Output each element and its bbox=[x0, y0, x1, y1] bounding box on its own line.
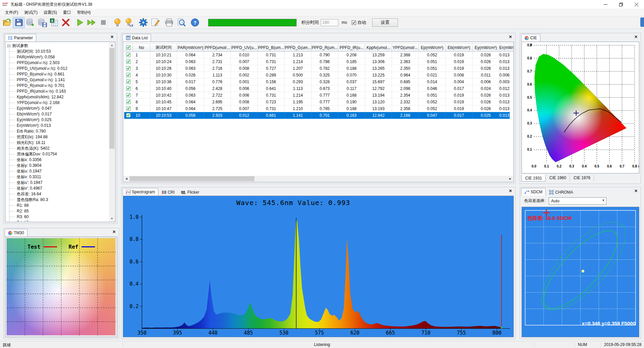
tree-item-15[interactable]: 照度E(lx): 194.88 bbox=[9, 134, 109, 140]
export-data-button[interactable] bbox=[24, 17, 36, 28]
tab-tm30[interactable]: TM30 bbox=[5, 229, 28, 237]
tree-item-6[interactable]: PPFD_R(umol/㎡/s): 0.701 bbox=[9, 83, 109, 89]
table-row-3[interactable]: 310:10:260.0632.7160.0080.7271.2070.7820… bbox=[124, 65, 514, 72]
tab-cie-1976[interactable]: CIE 1976 bbox=[570, 175, 594, 182]
parameter-scrollbar[interactable]: ▲ ▼ bbox=[109, 42, 115, 221]
edit-button[interactable] bbox=[149, 17, 161, 28]
tree-item-13[interactable]: Er(mW/cm²): 0.013 bbox=[9, 123, 109, 129]
column-header-4[interactable]: PPFD_UV(u... bbox=[231, 44, 258, 52]
tree-item-25[interactable]: 色容差: 16.64 bbox=[9, 191, 109, 197]
tree-root[interactable]: 测试参数 bbox=[6, 43, 109, 49]
table-row-7[interactable]: 710:10:420.0632.7220.0060.7311.2140.7770… bbox=[124, 92, 514, 99]
table-row-2[interactable]: 210:10:240.0632.7310.0070.7311.2140.7860… bbox=[124, 58, 514, 65]
tree-item-10[interactable]: Ep(mW/cm²): 0.047 bbox=[9, 106, 109, 111]
menu-item-4[interactable]: 帮助(H) bbox=[74, 9, 94, 16]
tree-item-27[interactable]: R1: 88 bbox=[9, 203, 109, 208]
column-header-13[interactable]: Ey(mW/cm²) bbox=[473, 44, 499, 52]
scroll-right-icon[interactable]: ▶ bbox=[507, 176, 513, 182]
close-icon[interactable]: ✕ bbox=[112, 230, 116, 234]
lamp-button[interactable] bbox=[111, 17, 123, 28]
close-icon[interactable]: ✕ bbox=[508, 35, 513, 39]
column-header-2[interactable]: PAR(mW/cm²) bbox=[177, 44, 204, 52]
restore-button[interactable] bbox=[613, 0, 629, 9]
start-test-button[interactable] bbox=[74, 17, 86, 28]
scroll-up-icon[interactable]: ▲ bbox=[109, 42, 115, 48]
column-header-10[interactable]: YPFD(umol/... bbox=[392, 44, 419, 52]
tree-item-7[interactable]: PPFD_IR(umol/㎡/s): 0.163 bbox=[9, 89, 109, 94]
settings-button[interactable]: 设置 bbox=[372, 18, 398, 27]
print-button[interactable] bbox=[163, 17, 175, 28]
tree-item-22[interactable]: 坐标v: 0.3311 bbox=[9, 174, 109, 180]
stop-test-button[interactable] bbox=[97, 17, 109, 28]
row-checkbox[interactable] bbox=[126, 53, 131, 57]
tab-parameter[interactable]: Parameter bbox=[5, 34, 36, 42]
tree-item-29[interactable]: R3: 60 bbox=[9, 214, 109, 220]
tab-data-list[interactable]: Data List bbox=[122, 34, 151, 42]
tree-item-0[interactable]: 测试时间: 10:10:53 bbox=[9, 49, 109, 54]
tab-cie[interactable]: CIE bbox=[521, 34, 540, 42]
tree-item-9[interactable]: YPFD(umol/㎡/s): 2.168 bbox=[9, 100, 109, 106]
row-checkbox[interactable] bbox=[126, 93, 131, 97]
lamp-lx-button[interactable]: LX bbox=[123, 17, 135, 28]
tab-cie-1960[interactable]: CIE 1960 bbox=[546, 175, 570, 182]
column-header-6[interactable]: PPFD_G(um... bbox=[285, 44, 311, 52]
tab-spec-cri[interactable]: CRI bbox=[158, 189, 178, 196]
close-icon[interactable]: ✕ bbox=[634, 189, 638, 193]
select-all-checkbox[interactable] bbox=[126, 45, 131, 50]
row-checkbox[interactable] bbox=[126, 113, 131, 117]
tree-item-20[interactable]: 坐标y: 0.3804 bbox=[9, 163, 109, 168]
row-checkbox[interactable] bbox=[126, 66, 131, 70]
tolerance-select[interactable]: Auto ▼ bbox=[549, 197, 606, 205]
auto-checkbox[interactable] bbox=[352, 20, 356, 25]
tree-item-1[interactable]: PAR(mW/cm²): 0.058 bbox=[9, 54, 109, 60]
tree-item-19[interactable]: 坐标x: 0.3356 bbox=[9, 157, 109, 163]
export-excel-button[interactable]: X bbox=[48, 17, 60, 28]
column-header-1[interactable]: 测试时间 bbox=[150, 44, 177, 52]
tree-item-26[interactable]: 显色指数Ra: 80.3 bbox=[9, 197, 109, 203]
tree-item-4[interactable]: PPFD_B(umol/㎡/s): 0.661 bbox=[9, 71, 109, 77]
scroll-down-icon[interactable]: ▼ bbox=[109, 216, 115, 221]
tree-item-11[interactable]: Eb(mW/cm²): 0.017 bbox=[9, 111, 109, 117]
delete-button[interactable] bbox=[60, 17, 71, 28]
table-row-4[interactable]: 410:10:300.0261.1130.0020.2890.5000.3250… bbox=[124, 72, 514, 79]
close-button[interactable] bbox=[629, 0, 644, 9]
tab-spec-spectrogram[interactable]: Spectrogram bbox=[122, 188, 158, 196]
table-row-9[interactable]: 910:10:470.0642.7250.0070.7311.2100.7850… bbox=[124, 105, 514, 112]
close-icon[interactable]: ✕ bbox=[634, 35, 638, 39]
tree-item-30[interactable]: R4: 85 bbox=[9, 220, 109, 221]
minimize-button[interactable] bbox=[598, 0, 613, 9]
save-button[interactable] bbox=[13, 17, 24, 28]
help-button[interactable]: ? bbox=[189, 17, 201, 28]
integration-time-input[interactable] bbox=[321, 19, 338, 26]
table-row-10[interactable]: 1010:10:530.0582.5030.0120.6611.1410.701… bbox=[124, 112, 514, 119]
tree-item-14[interactable]: Erb Ratio: 0.780 bbox=[9, 129, 109, 134]
table-row-6[interactable]: 610:10:400.0562.4280.0060.6411.1130.6730… bbox=[124, 85, 514, 92]
collapse-icon[interactable] bbox=[7, 44, 10, 47]
menu-item-1[interactable]: 测试(T) bbox=[21, 9, 40, 16]
open-file-button[interactable] bbox=[1, 17, 13, 28]
column-header-3[interactable]: PPFD(umol/... bbox=[204, 44, 231, 52]
continuous-test-button[interactable] bbox=[86, 17, 97, 28]
menu-item-0[interactable]: 文件(F) bbox=[2, 9, 21, 16]
column-header-7[interactable]: PPFD_R(um... bbox=[311, 44, 338, 52]
tree-item-23[interactable]: 坐标u': 0.1947 bbox=[9, 180, 109, 186]
tree-item-18[interactable]: 黑体偏离Duv: 0.01754 bbox=[9, 151, 109, 157]
close-icon[interactable]: ✕ bbox=[508, 189, 513, 193]
column-header-14[interactable]: Er(mW/cm²) bbox=[499, 44, 514, 52]
menu-item-2[interactable]: 设置(S) bbox=[41, 9, 60, 16]
table-row-1[interactable]: 110:10:210.0642.7340.0100.7311.2130.7900… bbox=[124, 52, 514, 58]
table-row-8[interactable]: 810:10:450.0642.6950.0080.7231.1950.7770… bbox=[124, 99, 514, 105]
column-header-11[interactable]: Ep(mW/cm²) bbox=[419, 44, 446, 52]
column-header-0[interactable]: No bbox=[133, 44, 150, 52]
tree-item-2[interactable]: PPFD(umol/㎡/s): 2.503 bbox=[9, 60, 109, 66]
row-checkbox[interactable] bbox=[126, 80, 131, 84]
table-horizontal-scrollbar[interactable]: ◀ ▶ bbox=[123, 176, 513, 182]
tree-item-28[interactable]: R2: 85 bbox=[9, 208, 109, 214]
row-checkbox[interactable] bbox=[126, 73, 131, 77]
column-header-12[interactable]: Eb(mW/cm²) bbox=[446, 44, 473, 52]
tab-cie-1931[interactable]: CIE 1931 bbox=[522, 175, 546, 182]
close-icon[interactable]: ✕ bbox=[110, 35, 114, 39]
tree-item-8[interactable]: Kppfv(umol/s/klm): 12.842 bbox=[9, 94, 109, 100]
tab-sdcm-chroma[interactable]: CHROMA bbox=[546, 189, 576, 196]
tree-item-5[interactable]: PPFD_G(umol/㎡/s): 1.141 bbox=[9, 77, 109, 83]
